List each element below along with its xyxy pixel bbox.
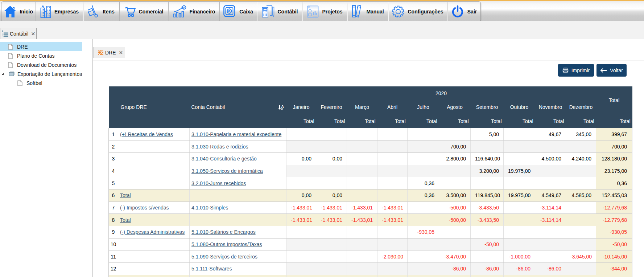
svg-text:A: A: [281, 105, 284, 109]
